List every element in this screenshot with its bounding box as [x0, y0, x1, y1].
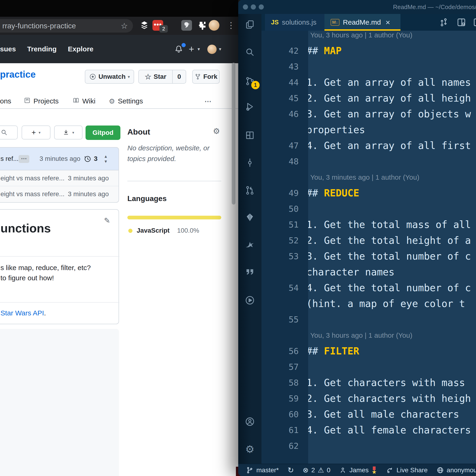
layers-extension-icon[interactable]	[139, 20, 150, 32]
desktop: rray-functions-practice ☆ ••• 2 ⋮ sues T…	[0, 0, 476, 476]
chevron-down-icon[interactable]: ▾	[198, 35, 200, 63]
file-commit-message[interactable]: eight vs mass refere...	[0, 170, 64, 186]
run-debug-icon[interactable]	[238, 101, 261, 113]
code-line[interactable]: 2. Get the total height of a	[308, 233, 471, 248]
github-header: sues Trending Explore + ▾ ▾	[0, 35, 238, 63]
screenshot-extension-icon[interactable]	[181, 20, 192, 31]
commit-message[interactable]: s ref...	[0, 148, 18, 170]
code-line[interactable]: 1. Get an array of all names	[308, 75, 471, 90]
settings-gear-icon[interactable]: ⚙	[238, 444, 261, 455]
repo-tab-projects[interactable]: Projects	[24, 94, 59, 108]
plus-create-icon[interactable]: +	[189, 35, 194, 63]
repo-tab-wiki[interactable]: Wiki	[72, 94, 96, 108]
star-wars-api-link[interactable]: Star Wars API	[0, 309, 44, 317]
minimize-traffic-light[interactable]	[251, 4, 256, 10]
star-count[interactable]: 0	[173, 70, 186, 84]
editor-rows[interactable]: You, 3 hours ago | 1 author (You)## MAP1…	[308, 14, 476, 464]
commit-ellipsis-button[interactable]: ⋯	[18, 155, 29, 163]
github-nav-item[interactable]: Explore	[68, 35, 93, 63]
compare-changes-icon[interactable]	[439, 17, 449, 28]
repo-tab-more[interactable]: ⋯	[204, 94, 211, 108]
file-row[interactable]: eight vs mass refere... 3 minutes ago	[0, 186, 119, 202]
bookmark-star-icon[interactable]: ☆	[121, 19, 128, 33]
github-nav-item[interactable]: sues	[0, 35, 16, 63]
github-avatar[interactable]	[207, 45, 217, 54]
gem-icon[interactable]	[238, 212, 261, 223]
gitlens-annotation[interactable]: You, 3 minutes ago | 1 author (You)	[310, 170, 419, 185]
github-nav-item[interactable]: Trending	[27, 35, 57, 63]
code-line-wrap[interactable]: (hint. a map of eye color t	[308, 296, 465, 312]
zoom-traffic-light[interactable]	[259, 4, 264, 10]
tab-readme-md[interactable]: M↓ ReadMe.md ×	[324, 14, 400, 31]
about-settings-gear-icon[interactable]: ⚙	[213, 126, 220, 136]
gitpod-button[interactable]: Gitpod	[85, 125, 120, 140]
code-line-wrap[interactable]: properties	[308, 122, 365, 138]
repo-tab[interactable]: ons	[0, 94, 11, 108]
more-editor-actions-icon[interactable]	[473, 17, 476, 28]
browser-scrollbar[interactable]	[232, 63, 236, 204]
edit-pencil-icon[interactable]: ✎	[104, 216, 110, 225]
fork-button[interactable]: Fork	[192, 70, 220, 84]
quotes-icon[interactable]	[238, 267, 261, 278]
code-line-heading[interactable]: ## FILTER	[308, 343, 359, 359]
language-bar[interactable]	[127, 216, 221, 220]
bird-icon[interactable]	[238, 240, 261, 251]
address-url[interactable]: rray-functions-practice	[2, 19, 76, 33]
user-status-item[interactable]: James ★	[339, 466, 377, 474]
repo-tab-settings[interactable]: ⚙ Settings	[109, 94, 143, 108]
code-line[interactable]: 1. Get the total mass of all	[308, 217, 471, 233]
code-line[interactable]: 3. Get the total number of c	[308, 248, 471, 264]
code-line[interactable]: 1. Get characters with mass	[308, 375, 471, 391]
line-number: 43	[261, 59, 299, 75]
star-button[interactable]: ☆ Star	[138, 70, 173, 84]
sync-status-item[interactable]: ↻	[288, 466, 294, 475]
problems-status-item[interactable]: ⊗ 2 ⚠ 0	[303, 466, 330, 474]
unwatch-button[interactable]: Unwatch ▾	[85, 70, 134, 84]
play-circle-icon[interactable]	[238, 295, 261, 306]
code-line[interactable]: 2. Get characters with heigh	[308, 391, 471, 407]
windows-layout-icon[interactable]	[238, 130, 261, 141]
branch-status-item[interactable]: master*	[246, 466, 279, 474]
tab-solutions-js[interactable]: JS solutions.js	[265, 14, 324, 31]
file-row[interactable]: eight vs mass refere... 3 minutes ago	[0, 170, 119, 186]
file-commit-message[interactable]: eight vs mass refere...	[0, 186, 64, 202]
gitlens-annotation[interactable]: You, 3 hours ago | 1 author (You)	[310, 327, 412, 343]
code-line-heading[interactable]: ## MAP	[308, 43, 342, 59]
code-line[interactable]: 3. Get all male characters	[308, 407, 459, 422]
browser-profile-avatar[interactable]	[209, 20, 220, 31]
kebab-menu-icon[interactable]: ⋮	[227, 20, 235, 31]
repo-name[interactable]: practice	[0, 69, 35, 80]
search-this-repo-button[interactable]	[0, 125, 18, 139]
code-line[interactable]: 4. Get all female characters	[308, 422, 471, 438]
address-bar[interactable]: rray-functions-practice ☆	[0, 19, 133, 33]
language-name[interactable]: JavaScript	[137, 227, 170, 234]
code-line[interactable]: 2. Get an array of all heigh	[308, 90, 471, 106]
code-download-button[interactable]: ▾	[54, 125, 83, 139]
puzzle-extensions-icon[interactable]	[196, 20, 206, 32]
code-line[interactable]: 3. Get an array of objects w	[308, 106, 471, 122]
account-icon[interactable]	[238, 416, 261, 427]
code-line[interactable]: 4. Get an array of all first	[308, 138, 471, 154]
expand-collapse-icon[interactable]: ▴▾	[105, 154, 107, 164]
add-file-button[interactable]: +▾	[22, 125, 51, 139]
latest-commit-bar[interactable]: s ref... ⋯ 3 minutes ago 3 ▴▾	[0, 147, 119, 170]
search-icon[interactable]	[238, 47, 261, 58]
explorer-files-icon[interactable]	[238, 19, 261, 31]
close-traffic-light[interactable]	[243, 4, 248, 10]
code-line-heading[interactable]: ## REDUCE	[308, 185, 359, 201]
plumb-line-icon[interactable]	[238, 157, 261, 169]
code-line[interactable]: 4. Get the total number of c	[308, 280, 471, 296]
repo-tab-label: Wiki	[82, 97, 96, 105]
commit-count[interactable]: 3	[94, 148, 98, 170]
close-icon[interactable]: ×	[386, 18, 390, 27]
history-clock-icon[interactable]	[84, 155, 92, 164]
browser-window: rray-functions-practice ☆ ••• 2 ⋮ sues T…	[0, 0, 238, 476]
remote-status-item[interactable]: anonymous	[437, 466, 476, 474]
vscode-titlebar[interactable]: ReadMe.md — ~/Code/demos/arra	[238, 0, 476, 14]
line-number: 61	[261, 422, 299, 438]
code-line-wrap[interactable]: character names	[308, 264, 394, 280]
open-preview-icon[interactable]	[456, 17, 466, 28]
pull-requests-icon[interactable]	[238, 185, 261, 196]
chevron-down-icon[interactable]: ▾	[219, 35, 221, 63]
live-share-status-item[interactable]: Live Share	[386, 466, 428, 474]
